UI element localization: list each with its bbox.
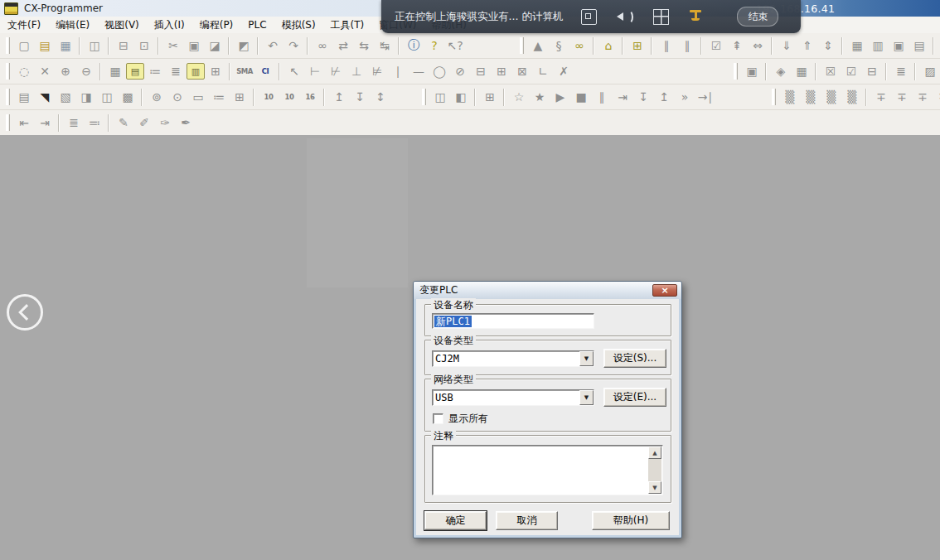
toolbar-rung-numbers-icon[interactable]: ≔ (145, 61, 165, 81)
toolbar-rising-edge-icon[interactable]: ∓ (871, 87, 891, 107)
toolbar-project-tree-icon[interactable]: ⊞ (206, 61, 225, 81)
toolbar-transfer-options-icon[interactable]: ⊞ (627, 36, 647, 56)
menu-item-7[interactable]: 工具(T) (323, 17, 372, 34)
toolbar-horizontal-line-icon[interactable]: — (409, 61, 429, 81)
toolbar-properties-icon[interactable]: ▩ (118, 87, 138, 107)
toolbar-mnemonic-view-icon[interactable]: SMA (235, 61, 254, 81)
toolbar-monitor-mode-icon[interactable]: ▥ (868, 36, 888, 56)
toolbar-address-apply-icon[interactable]: ☑ (841, 61, 861, 81)
toolbar-watch-value-icon[interactable]: ↕ (371, 87, 390, 107)
toolbar-contact-nc-icon[interactable]: ⊬ (326, 61, 346, 81)
toolbar-force-set-icon[interactable]: ▒ (821, 87, 841, 107)
toolbar-block-comment-icon[interactable]: ▭ (188, 87, 208, 107)
toolbar-save-project-icon[interactable]: ▦ (56, 36, 75, 56)
toolbar-find-icon[interactable]: ∞ (313, 36, 332, 56)
cancel-button[interactable]: 取消 (496, 511, 558, 530)
toolbar-local-comment-icon[interactable]: ⊙ (167, 87, 187, 107)
toolbar-coil-icon[interactable]: ◯ (429, 61, 449, 81)
toolbar-contact-no-icon[interactable]: ⊢ (305, 61, 325, 81)
toolbar-paste-icon[interactable]: ◪ (205, 36, 225, 56)
toolbar-zoom-in-icon[interactable]: ⊕ (56, 61, 75, 81)
menu-item-3[interactable]: 插入(I) (147, 17, 192, 34)
toolbar-go-to-top-icon[interactable]: ≣ (64, 113, 84, 133)
toolbar-open-project-icon[interactable]: ▤ (35, 36, 55, 56)
toolbar-monitor-icon[interactable]: ∞ (569, 36, 589, 56)
toolbar-watch-window-icon[interactable]: ▨ (920, 61, 940, 81)
toolbar-set-breakpoint-icon[interactable]: ☆ (509, 87, 529, 107)
toolbar-both-edges-icon[interactable]: ∓ (913, 87, 933, 107)
toolbar-ladder-monitor-icon[interactable]: ▥ (187, 63, 205, 80)
toolbar-context-help-icon[interactable]: ↖? (445, 36, 465, 56)
toolbar-indent-rung-icon[interactable]: ⇥ (35, 113, 55, 133)
toolbar-set-bit-icon[interactable]: ▒ (780, 87, 800, 107)
toolbar-grip[interactable] (772, 89, 776, 105)
scroll-down-icon[interactable]: ▼ (648, 481, 661, 494)
show-all-checkbox[interactable] (433, 413, 443, 424)
device-name-input[interactable]: 新PLC1 (432, 313, 594, 329)
toolbar-invoke-fb-icon[interactable]: ⊠ (512, 61, 532, 81)
toolbar-sim-run-icon[interactable]: ▶ (550, 87, 570, 107)
help-button[interactable]: 帮助(H) (592, 511, 670, 530)
toolbar-compile-icon[interactable]: ◥ (35, 87, 55, 107)
toolbar-cut-icon[interactable]: ✂ (163, 36, 183, 56)
toolbar-line-delete-icon[interactable]: ✗ (554, 61, 574, 81)
toolbar-next-reference-icon[interactable]: ↧ (350, 87, 370, 107)
toolbar-address-remove-icon[interactable]: ⊟ (862, 61, 882, 81)
toolbar-previous-reference-icon[interactable]: ↥ (329, 87, 349, 107)
toolbar-grip[interactable] (520, 37, 524, 54)
toolbar-compare-with-plc-icon[interactable]: ⇕ (818, 36, 838, 56)
toolbar-zoom-tool-icon[interactable]: ◌ (14, 61, 34, 81)
toolbar-edit-force-cancel-icon[interactable]: ✑ (155, 113, 175, 133)
menu-item-6[interactable]: 模拟(S) (274, 17, 323, 34)
toolbar-grip[interactable] (6, 37, 10, 54)
toolbar-help-icon[interactable]: ? (424, 36, 444, 56)
toolbar-work-online-icon[interactable]: ▲ (528, 36, 548, 56)
toolbar-line-connect-icon[interactable]: ∟ (533, 61, 553, 81)
toolbar-contact-or-nc-icon[interactable]: ⊭ (367, 61, 387, 81)
speaker-icon[interactable] (617, 10, 633, 24)
menu-item-0[interactable]: 文件(F) (0, 17, 48, 34)
toolbar-reset-bit-icon[interactable]: ▒ (801, 87, 821, 107)
toolbar-coil-nc-icon[interactable]: ⊘ (450, 61, 470, 81)
toolbar-compare-program-icon[interactable]: ⇔ (748, 36, 768, 56)
toolbar-options-icon[interactable]: ▤ (14, 87, 34, 107)
toolbar-transfer-to-plc-icon[interactable]: ⇓ (777, 36, 797, 56)
toolbar-debug-mode-icon[interactable]: ▤ (909, 36, 929, 56)
toolbar-replace-icon[interactable]: ⇆ (354, 36, 374, 56)
toolbar-memory-view-icon[interactable]: ◫ (97, 87, 117, 107)
toolbar-signed-decimal-view-icon[interactable]: 10 (279, 87, 299, 107)
toolbar-change-all-icon[interactable]: ⇄ (333, 36, 353, 56)
toolbar-clear-breakpoint-icon[interactable]: ★ (530, 87, 550, 107)
menu-item-4[interactable]: 编程(P) (192, 17, 241, 34)
toolbar-address-cancel-icon[interactable]: ☒ (821, 61, 841, 81)
toolbar-new-window-icon[interactable]: ⊞ (480, 87, 500, 107)
toolbar-zoom-fit-icon[interactable]: ✕ (35, 61, 55, 81)
network-type-combobox[interactable]: USB ▼ (432, 389, 594, 406)
toolbar-instruction-icon[interactable]: ⊟ (471, 61, 491, 81)
toolbar-io-comments-icon[interactable]: ≣ (166, 61, 186, 81)
device-type-combobox[interactable]: CJ2M ▼ (432, 350, 594, 367)
device-type-dropdown-button[interactable]: ▼ (579, 351, 594, 366)
toolbar-outdent-rung-icon[interactable]: ⇤ (14, 113, 34, 133)
toolbar-address-table-icon[interactable]: ⊞ (230, 87, 250, 107)
toolbar-hex-view-icon[interactable]: 16 (300, 87, 320, 107)
toolbar-grip[interactable] (734, 63, 738, 80)
toolbar-print-icon[interactable]: ⊟ (114, 36, 133, 56)
toolbar-pause-monitor-icon[interactable]: ∥ (657, 36, 676, 56)
toolbar-zoom-out-icon[interactable]: ⊖ (76, 61, 96, 81)
toolbar-grip[interactable] (422, 89, 426, 105)
toolbar-program-mode-icon[interactable]: ▣ (889, 36, 909, 56)
toolbar-program-check-icon[interactable]: ☑ (706, 36, 726, 56)
dialog-titlebar[interactable]: 变更PLC (414, 282, 681, 299)
toolbar-falling-edge-icon[interactable]: ∓ (892, 87, 912, 107)
menu-item-1[interactable]: 编辑(E) (48, 17, 97, 34)
toolbar-send-changes-icon[interactable]: ◈ (771, 61, 791, 81)
toolbar-online-edit-rung-icon[interactable]: ▣ (742, 61, 762, 81)
toolbar-new-project-icon[interactable]: ▢ (14, 36, 34, 56)
toolbar-step-out-icon[interactable]: ↥ (654, 87, 674, 107)
toolbar-partial-compile-icon[interactable]: ▧ (56, 87, 75, 107)
toolbar-rung-manager-icon[interactable]: ≣ (891, 61, 911, 81)
toolbar-edit-force-off-icon[interactable]: ✐ (134, 113, 154, 133)
toolbar-copy-icon[interactable]: ▣ (184, 36, 204, 56)
toolbar-tile-windows-icon[interactable]: ◧ (451, 87, 471, 107)
